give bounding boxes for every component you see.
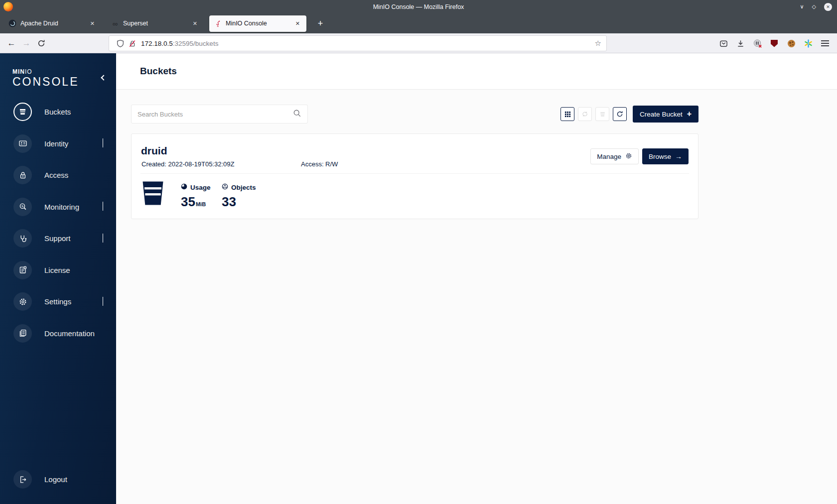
sidebar-collapse-button[interactable] (99, 73, 108, 82)
bucket-card-druid[interactable]: druid Created: 2022-08-19T05:32:09Z Acce… (131, 133, 698, 219)
support-diagnostics-icon (13, 229, 32, 248)
back-button[interactable]: ← (4, 36, 19, 51)
forward-button[interactable]: → (19, 36, 34, 51)
reload-button[interactable] (34, 36, 49, 51)
sidebar-item-label: Support (44, 234, 71, 243)
chevron-up-icon[interactable] (103, 139, 103, 148)
superset-favicon: ∞ (111, 19, 119, 27)
menu-icon[interactable] (818, 36, 832, 50)
tab-close-icon[interactable]: ✕ (293, 19, 302, 28)
id-card-icon (13, 134, 32, 153)
cookie-extension-icon[interactable] (784, 36, 798, 50)
pocket-icon[interactable] (716, 36, 730, 50)
window-titlebar: MinIO Console — Mozilla Firefox ∨ ◇ ✕ (0, 0, 837, 13)
ublock-origin-icon[interactable] (767, 36, 781, 50)
url-bar[interactable]: 172.18.0.5:32595/buckets ☆ (109, 35, 607, 51)
usage-pie-icon (181, 183, 187, 191)
tab-superset[interactable]: ∞ Superset ✕ (107, 15, 204, 32)
usage-label: Usage (190, 184, 211, 191)
bucket-access: Access: R/W (301, 160, 338, 168)
apache-druid-favicon (8, 19, 16, 27)
browse-button[interactable]: Browse → (642, 148, 689, 164)
tab-close-icon[interactable]: ✕ (191, 19, 199, 28)
gear-icon (13, 292, 32, 311)
spark-extension-icon[interactable] (801, 36, 815, 50)
sidebar-item-label: Access (44, 171, 68, 179)
main-panel: Buckets (116, 53, 837, 504)
page-body: Create Bucket + druid Created: 2022-08-1… (116, 90, 837, 219)
url-host: 172.18.0.5 (141, 40, 173, 47)
usage-value: 35 (181, 195, 195, 208)
screen-capture-blocked-icon[interactable] (750, 36, 764, 50)
plus-icon: + (687, 110, 692, 118)
tracking-protection-shield-icon[interactable] (114, 37, 126, 49)
bucket-name[interactable]: druid (141, 145, 167, 157)
sidebar-item-label: Settings (44, 297, 71, 306)
bucket-icon (13, 103, 32, 121)
minio-sidebar: MINIO CONSOLE Buckets Identity (0, 53, 116, 504)
objects-icon (222, 183, 228, 191)
logout-label: Logout (44, 475, 67, 484)
sidebar-item-label: Identity (44, 139, 68, 148)
app-content: MINIO CONSOLE Buckets Identity (0, 53, 837, 504)
tab-label: Apache Druid (20, 20, 58, 27)
chevron-left-icon (101, 75, 106, 80)
search-box (131, 105, 308, 124)
sidebar-item-buckets[interactable]: Buckets (0, 96, 116, 128)
page-header: Buckets (116, 53, 837, 90)
manage-label: Manage (597, 153, 621, 160)
search-icon (293, 109, 301, 120)
sidebar-item-monitoring[interactable]: Monitoring (0, 191, 116, 223)
bucket-created: Created: 2022-08-19T05:32:09Z (141, 160, 234, 168)
card-divider (140, 173, 689, 174)
tab-minio-console[interactable]: MinIO Console ✕ (209, 15, 306, 32)
lock-icon (13, 166, 32, 184)
sidebar-item-label: License (44, 266, 70, 274)
tab-apache-druid[interactable]: Apache Druid ✕ (4, 15, 101, 32)
chevron-up-icon[interactable] (103, 297, 103, 306)
chevron-up-icon[interactable] (103, 202, 103, 211)
close-window-icon[interactable]: ✕ (824, 3, 832, 11)
sidebar-item-documentation[interactable]: Documentation (0, 318, 116, 350)
tab-close-icon[interactable]: ✕ (88, 19, 97, 28)
list-view-toggle-button[interactable] (560, 107, 574, 121)
sidebar-item-settings[interactable]: Settings (0, 286, 116, 318)
minimize-icon[interactable]: ∨ (800, 4, 804, 9)
sidebar-item-license[interactable]: License (0, 254, 116, 286)
sidebar-nav: Buckets Identity Access (0, 96, 116, 349)
sidebar-item-identity[interactable]: Identity (0, 128, 116, 160)
downloads-icon[interactable] (733, 36, 747, 50)
sidebar-item-label: Buckets (44, 108, 71, 116)
chevron-up-icon[interactable] (103, 234, 103, 243)
delete-buckets-button[interactable] (595, 107, 609, 121)
insecure-lock-icon[interactable] (126, 37, 138, 49)
bookmark-star-icon[interactable]: ☆ (595, 39, 601, 48)
url-path: :32595/buckets (173, 40, 219, 47)
sidebar-item-label: Monitoring (44, 203, 79, 211)
tab-bar: Apache Druid ✕ ∞ Superset ✕ MinIO Consol… (0, 13, 837, 33)
usage-metric: Usage 35 MiB (181, 183, 211, 208)
toolbar-extensions (716, 33, 832, 53)
browser-toolbar: ← → 172.18.0.5:32595/buckets ☆ (0, 33, 837, 53)
license-document-icon (13, 261, 32, 279)
browse-label: Browse (649, 153, 671, 160)
window-title: MinIO Console — Mozilla Firefox (373, 3, 464, 10)
firefox-logo-icon (3, 2, 13, 11)
url-text: 172.18.0.5:32595/buckets (141, 40, 218, 47)
create-bucket-button[interactable]: Create Bucket + (633, 106, 698, 123)
sidebar-item-logout[interactable]: Logout (0, 464, 116, 495)
objects-label: Objects (231, 184, 256, 191)
maximize-icon[interactable]: ◇ (812, 4, 816, 9)
tab-label: MinIO Console (226, 20, 267, 27)
sidebar-item-access[interactable]: Access (0, 159, 116, 191)
sidebar-item-support[interactable]: Support (0, 223, 116, 254)
objects-value: 33 (222, 195, 236, 208)
set-replication-button[interactable] (578, 107, 592, 121)
manage-button[interactable]: Manage (590, 148, 639, 164)
minio-logo: MINIO CONSOLE (0, 53, 116, 93)
refresh-button[interactable] (613, 107, 627, 121)
search-input[interactable] (138, 111, 293, 118)
new-tab-button[interactable]: + (313, 16, 328, 31)
monitoring-magnifier-icon (13, 198, 32, 216)
minio-favicon (214, 19, 222, 27)
